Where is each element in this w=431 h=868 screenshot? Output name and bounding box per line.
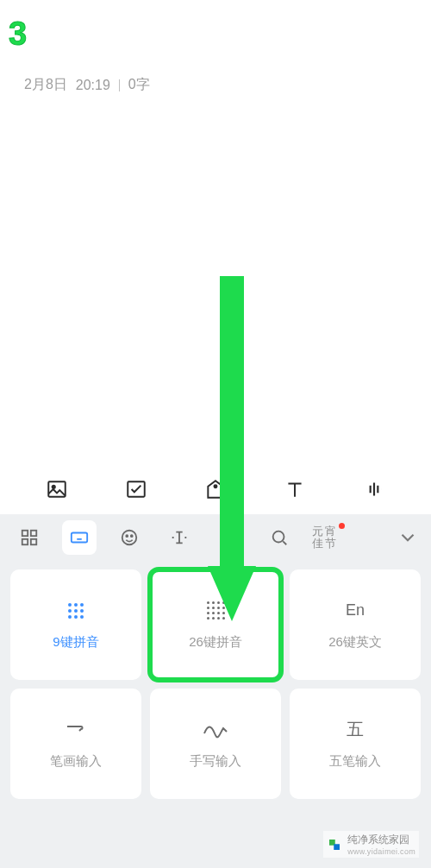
meta-time: 20:19 (76, 78, 110, 93)
svg-rect-0 (48, 481, 66, 496)
card-pinyin-9[interactable]: 9键拼音 (10, 569, 141, 680)
image-icon[interactable] (46, 478, 68, 500)
keyboard-layout-grid: 9键拼音 26键拼音 En 26键英文 笔画输入 (0, 561, 431, 799)
card-handwrite[interactable]: 手写输入 (150, 689, 281, 799)
step-badge: 3 (9, 16, 27, 53)
svg-point-10 (126, 535, 128, 537)
keypad-26-icon (207, 600, 225, 622)
svg-rect-4 (22, 531, 28, 536)
text-icon[interactable] (284, 478, 306, 500)
watermark-title: 纯净系统家园 (347, 833, 415, 847)
card-label: 26键英文 (328, 634, 382, 651)
svg-point-14 (273, 531, 284, 543)
card-wubi[interactable]: 五 五笔输入 (290, 689, 421, 799)
watermark-logo-icon (327, 837, 342, 852)
svg-point-1 (53, 486, 55, 488)
search-icon[interactable] (262, 520, 297, 555)
voice-icon[interactable] (363, 478, 385, 500)
notification-dot (339, 523, 345, 529)
meta-date: 2月8日 (24, 76, 67, 94)
watermark-sub: www.yidaimei.com (347, 847, 415, 856)
note-meta: 2月8日 20:19 0字 (24, 76, 150, 94)
svg-point-3 (214, 485, 216, 487)
wubi-icon: 五 (347, 719, 364, 741)
checkbox-icon[interactable] (125, 478, 147, 500)
stroke-icon (65, 719, 87, 741)
card-label: 五笔输入 (329, 753, 381, 770)
meta-word-count: 0字 (128, 76, 150, 94)
keyboard-panel: 元宵 佳节 9键拼音 26键拼音 (0, 514, 431, 868)
meta-separator (119, 79, 120, 91)
svg-rect-6 (22, 539, 28, 544)
tag-icon[interactable] (204, 478, 227, 500)
card-english-26[interactable]: En 26键英文 (290, 569, 421, 680)
editor-toolbar (0, 466, 431, 513)
chevron-down-icon[interactable] (397, 526, 419, 549)
svg-rect-8 (72, 533, 87, 543)
svg-rect-7 (31, 539, 36, 544)
card-pinyin-26[interactable]: 26键拼音 (150, 569, 281, 680)
layout-grid-icon[interactable] (12, 520, 47, 555)
keypad-9-icon (68, 600, 84, 622)
keyboard-icon[interactable] (62, 520, 97, 555)
keyboard-tabbar: 元宵 佳节 (0, 514, 431, 561)
clipboard-icon[interactable] (212, 520, 247, 555)
handwrite-icon (203, 719, 228, 741)
cursor-icon[interactable] (162, 520, 197, 555)
card-label: 笔画输入 (50, 753, 102, 770)
english-icon: En (346, 600, 365, 622)
watermark: 纯净系统家园 www.yidaimei.com (323, 831, 419, 858)
svg-rect-5 (31, 531, 36, 536)
svg-point-11 (131, 535, 133, 537)
emoji-icon[interactable] (112, 520, 147, 555)
card-label: 手写输入 (190, 753, 241, 770)
promo-line2: 佳节 (312, 538, 338, 550)
card-label: 26键拼音 (189, 634, 242, 651)
svg-point-9 (122, 531, 137, 545)
promo-badge[interactable]: 元宵 佳节 (312, 525, 338, 550)
card-stroke[interactable]: 笔画输入 (10, 689, 141, 799)
promo-line1: 元宵 (312, 525, 338, 538)
card-label: 9键拼音 (53, 634, 98, 651)
